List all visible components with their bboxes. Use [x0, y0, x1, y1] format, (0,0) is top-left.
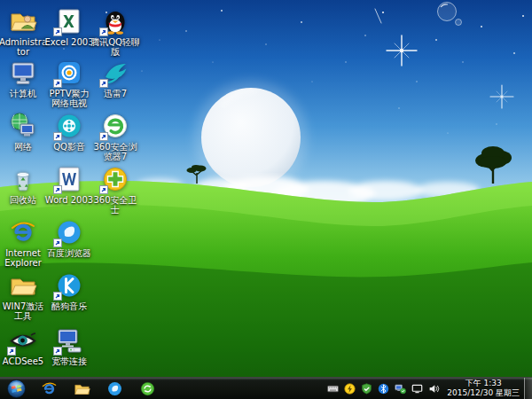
taskbar-windows-explorer[interactable]: [70, 379, 93, 399]
desktop-icon-label: PPTV聚力 网络电视: [44, 89, 94, 108]
shortcut-arrow-icon: [99, 27, 108, 36]
tencent-qq-light-icon: [101, 7, 129, 35]
win7-activator-icon: [9, 271, 37, 300]
taskbar-internet-explorer[interactable]: [37, 379, 60, 399]
desktop-icon-excel-2003[interactable]: Excel 2003: [44, 7, 94, 47]
recycle-bin-icon: [9, 165, 37, 193]
taskbar-baidu-browser[interactable]: [103, 379, 126, 399]
shortcut-arrow-icon: [53, 292, 62, 301]
desktop: AdministratorExcel 2003腾讯QQ轻聊版计算机PPTV聚力 …: [0, 0, 532, 399]
taskbar-clock[interactable]: 下午 1:33 2015/12/30 星期三: [447, 379, 520, 398]
desktop-icon-label: Word 2003: [45, 195, 93, 205]
desktop-icon-360-safe[interactable]: 360安全卫士: [90, 165, 140, 215]
desktop-icon-xunlei-7[interactable]: 迅雷7: [90, 59, 140, 98]
desktop-icon-label: 酷狗音乐: [51, 301, 87, 311]
desktop-icon-360-browser[interactable]: 360安全浏览器7: [90, 112, 140, 161]
taskbar-360-safe[interactable]: [136, 379, 159, 399]
shortcut-arrow-icon: [99, 185, 108, 194]
desktop-icon-administrator[interactable]: Administrator: [0, 7, 48, 57]
desktop-icon-label: Administrator: [0, 37, 48, 57]
desktop-icon-label: Excel 2003: [44, 37, 93, 47]
acdsee5-icon: [9, 326, 37, 355]
desktop-icon-win7-activator[interactable]: WIN7激活工具: [0, 271, 48, 321]
desktop-icon-label: WIN7激活工具: [0, 301, 48, 321]
security-shield[interactable]: [360, 382, 372, 395]
shortcut-arrow-icon: [99, 79, 108, 88]
taskbar-buttons: [4, 379, 159, 399]
show-desktop-button[interactable]: [524, 378, 532, 399]
input-method-indicator[interactable]: [326, 382, 339, 395]
desktop-icon-label: 宽带连接: [51, 356, 87, 366]
desktop-icon-tencent-qq-light[interactable]: 腾讯QQ轻聊版: [90, 7, 140, 57]
kugou-music-icon: [55, 271, 83, 300]
shortcut-arrow-icon: [53, 132, 62, 141]
shortcut-arrow-icon: [99, 132, 108, 141]
desktop-icon-recycle-bin[interactable]: 回收站: [0, 165, 48, 205]
desktop-icon-internet-explorer[interactable]: Internet Explorer: [0, 218, 48, 268]
desktop-icon-pptv[interactable]: PPTV聚力 网络电视: [44, 59, 94, 108]
excel-2003-icon: [55, 7, 83, 35]
taskbar: 下午 1:33 2015/12/30 星期三: [0, 377, 532, 399]
shortcut-arrow-icon: [7, 347, 16, 356]
desktop-icon-computer[interactable]: 计算机: [0, 59, 48, 98]
desktop-icon-word-2003[interactable]: Word 2003: [44, 165, 94, 205]
internet-explorer-icon: [9, 218, 37, 246]
360-browser-icon: [101, 112, 129, 140]
desktop-icon-acdsee5[interactable]: ACDSee5: [0, 326, 48, 366]
desktop-icon-label: 百度浏览器: [47, 248, 91, 258]
desktop-icon-kugou-music[interactable]: 酷狗音乐: [44, 271, 94, 311]
shortcut-arrow-icon: [53, 347, 62, 356]
desktop-icon-baidu-browser[interactable]: 百度浏览器: [44, 218, 94, 258]
desktop-icon-label: 网络: [14, 142, 32, 152]
desktop-icon-label: 腾讯QQ轻聊版: [90, 37, 140, 57]
pptv-icon: [55, 59, 83, 87]
broadband-connection-icon: [55, 326, 83, 355]
qq-player-icon: [55, 112, 83, 140]
display-settings[interactable]: [411, 382, 423, 395]
desktop-icon-label: QQ影音: [53, 142, 85, 152]
word-2003-icon: [55, 165, 83, 193]
360-safe-icon: [101, 165, 129, 193]
desktop-icon-broadband-connection[interactable]: 宽带连接: [44, 326, 94, 366]
desktop-icon-label: 360安全卫士: [90, 195, 140, 215]
bluetooth[interactable]: [377, 382, 389, 395]
accelerator-ball[interactable]: [343, 382, 356, 395]
xunlei-7-icon: [101, 59, 129, 87]
shortcut-arrow-icon: [53, 27, 62, 36]
desktop-icon-label: Internet Explorer: [0, 248, 48, 268]
network-status[interactable]: [394, 382, 406, 395]
administrator-icon: [9, 7, 37, 35]
desktop-icon-qq-player[interactable]: QQ影音: [44, 112, 94, 152]
volume[interactable]: [427, 382, 440, 395]
desktop-icon-grid: AdministratorExcel 2003腾讯QQ轻聊版计算机PPTV聚力 …: [0, 0, 532, 377]
desktop-icon-label: ACDSee5: [3, 356, 43, 366]
desktop-icon-label: 回收站: [10, 195, 36, 205]
shortcut-arrow-icon: [53, 79, 62, 88]
desktop-icon-label: 360安全浏览器7: [90, 142, 140, 161]
clock-time: 下午 1:33: [447, 379, 520, 388]
start-button[interactable]: [4, 379, 27, 399]
desktop-icon-label: 迅雷7: [104, 89, 127, 98]
computer-icon: [9, 59, 37, 87]
shortcut-arrow-icon: [53, 239, 62, 247]
clock-date: 2015/12/30 星期三: [447, 388, 520, 398]
system-tray: [326, 382, 440, 395]
desktop-icon-network[interactable]: 网络: [0, 112, 48, 152]
baidu-browser-icon: [55, 218, 83, 246]
shortcut-arrow-icon: [53, 185, 62, 194]
desktop-icon-label: 计算机: [10, 89, 36, 98]
network-icon: [9, 112, 37, 140]
